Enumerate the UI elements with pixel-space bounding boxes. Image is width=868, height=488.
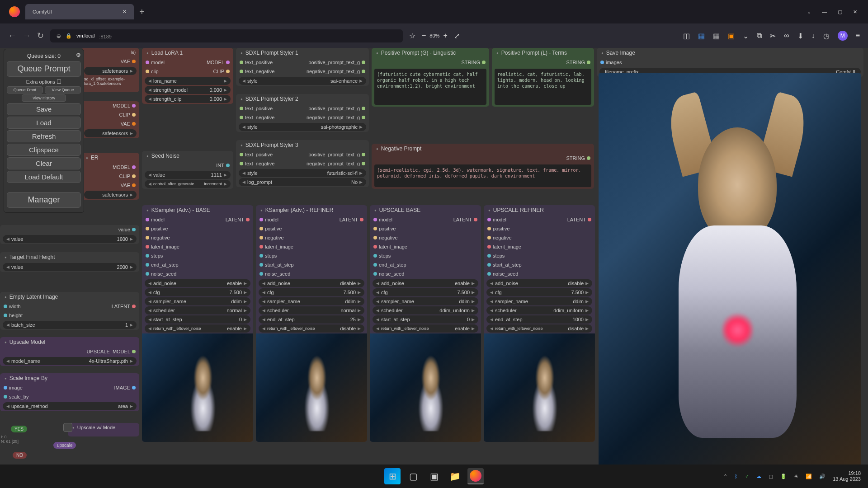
- reload-button[interactable]: ↻: [37, 31, 44, 41]
- upscale-method-widget[interactable]: ◀upscale_methodarea▶: [3, 402, 137, 410]
- brightness-icon[interactable]: ☀: [794, 474, 798, 479]
- clear-button[interactable]: Clear: [7, 157, 81, 169]
- task-view-button[interactable]: ▢: [405, 468, 421, 484]
- clipspace-button[interactable]: Clipspace: [7, 144, 81, 156]
- onedrive-icon[interactable]: ☁: [756, 474, 761, 479]
- tray-chevron-icon[interactable]: ⌃: [723, 474, 727, 479]
- value-widget[interactable]: ◀value1600▶: [3, 235, 137, 243]
- node-save-image[interactable]: Save Image images filename_prefixComfyUI: [597, 48, 863, 77]
- yes-badge: YES: [11, 426, 27, 432]
- model-name-widget[interactable]: ◀model_name4x-UltraSharp.pth▶: [3, 357, 137, 365]
- new-tab-button[interactable]: +: [139, 7, 145, 17]
- firefox-taskbar-icon[interactable]: [467, 468, 484, 484]
- view-history-button[interactable]: View History: [22, 94, 66, 102]
- node-seed-noise[interactable]: Seed Noise INT ◀value1111▶ ◀control_afte…: [142, 151, 233, 189]
- load-default-button[interactable]: Load Default: [7, 171, 81, 183]
- node-negative-prompt[interactable]: Negative Prompt STRING (semi-realistic, …: [372, 144, 594, 189]
- downloads-icon[interactable]: ↓: [811, 32, 815, 40]
- node-prompt-styler-1[interactable]: SDXL Prompt Styler 1 text_positivepositi…: [236, 48, 369, 86]
- reroute-node[interactable]: [63, 423, 72, 432]
- node-refiner-partial[interactable]: ER MODEL CLIP VAE safetensors▶: [81, 153, 139, 200]
- control-panel: ⚙ Queue size: 0 Queue Prompt Extra optio…: [4, 49, 84, 213]
- shield-icon[interactable]: ◒: [57, 33, 61, 39]
- queue-front-button[interactable]: Queue Front: [7, 86, 43, 94]
- extra-options-checkbox[interactable]: Extra options ☐: [7, 79, 81, 85]
- bluetooth-icon[interactable]: ᛒ: [735, 474, 738, 479]
- close-window-button[interactable]: ✕: [853, 9, 857, 15]
- close-tab-icon[interactable]: ×: [123, 8, 127, 16]
- node-load-lora[interactable]: Load LoRA 1 modelMODEL clipCLIP ◀lora_na…: [142, 48, 233, 104]
- output-image-preview[interactable]: [599, 73, 861, 465]
- node-positive-prompt-l[interactable]: Positive Prompt (L) - Terms STRING reali…: [492, 48, 594, 107]
- volume-icon[interactable]: 🔊: [819, 474, 826, 479]
- view-queue-button[interactable]: View Queue: [45, 86, 81, 94]
- minimize-button[interactable]: —: [822, 9, 827, 15]
- security-icon[interactable]: ✓: [745, 474, 749, 479]
- back-button[interactable]: ←: [8, 31, 16, 41]
- battery-icon[interactable]: 🔋: [780, 474, 787, 479]
- url-bar[interactable]: ◒ 🔒 vm.local:8189: [50, 29, 403, 42]
- zoom-in-button[interactable]: +: [443, 32, 447, 40]
- downloads-alt-icon[interactable]: ⬇: [797, 32, 803, 40]
- zoom-out-button[interactable]: −: [422, 32, 426, 40]
- positive-l-text[interactable]: realistic, cat, futuristic, lab, lights,…: [495, 69, 591, 105]
- ksampler-refiner-preview: [256, 333, 367, 442]
- batch-size-widget[interactable]: ◀batch_size1▶: [3, 321, 137, 329]
- extensions-icon[interactable]: ⧉: [757, 32, 762, 40]
- manager-button[interactable]: Manager: [7, 192, 81, 208]
- node-prompt-styler-2[interactable]: SDXL Prompt Styler 2 text_positivepositi…: [236, 94, 369, 132]
- lock-icon[interactable]: 🔒: [66, 33, 72, 39]
- ext-icon-3[interactable]: ▦: [713, 32, 720, 40]
- ext-icon-1[interactable]: ◫: [683, 32, 690, 40]
- firefox-icon: [9, 6, 20, 17]
- bookmark-star-icon[interactable]: ☆: [409, 32, 415, 40]
- history-icon[interactable]: ◷: [823, 32, 830, 40]
- clock[interactable]: 19:18 13 Aug 2023: [833, 470, 861, 482]
- refresh-button[interactable]: Refresh: [7, 130, 81, 142]
- ksampler-base-preview: [142, 333, 253, 442]
- wifi-icon[interactable]: 📶: [806, 474, 812, 479]
- url-port: :8189: [99, 34, 103, 38]
- negative-text[interactable]: (semi-realistic, cgi, 2.5d, 3d), waterma…: [374, 164, 591, 187]
- account-icon[interactable]: M: [838, 31, 848, 41]
- node-prompt-styler-3[interactable]: SDXL Prompt Styler 3 text_positivepositi…: [236, 140, 369, 187]
- terminal-icon[interactable]: ▣: [426, 468, 442, 484]
- browser-tab[interactable]: ComfyUI ×: [25, 4, 134, 19]
- node-upscale-base[interactable]: UPSCALE BASE modelLATENT positive negati…: [370, 205, 481, 442]
- node-ksampler-refiner[interactable]: KSampler (Adv.) - REFINER modelLATENT po…: [256, 205, 367, 442]
- ext-icon-6[interactable]: ∞: [784, 32, 789, 40]
- ext-icon-5[interactable]: ✂: [770, 32, 776, 40]
- node-ksampler-base[interactable]: KSampler (Adv.) - BASE modelLATENT posit…: [142, 205, 253, 442]
- pocket-icon[interactable]: ⌄: [743, 32, 749, 40]
- node-upscale-w-model[interactable]: Upscale w/ Model: [68, 423, 139, 436]
- tabs-dropdown-icon[interactable]: ⌄: [807, 9, 811, 15]
- node-scale-image-by[interactable]: Scale Image By imageIMAGE scale_by ◀upsc…: [0, 373, 139, 411]
- save-button[interactable]: Save: [7, 103, 81, 115]
- menu-icon[interactable]: ≡: [856, 32, 860, 40]
- node-checkpoint-partial[interactable]: le) VAE safetensors▶ sd_xl_offset_exampl…: [81, 48, 139, 92]
- ext-icon-2[interactable]: ▦: [698, 32, 705, 40]
- node-empty-latent[interactable]: Empty Latent Image widthLATENT height ◀b…: [0, 292, 139, 330]
- start-button[interactable]: ⊞: [384, 468, 401, 484]
- node-upscale-model[interactable]: Upscale Model UPSCALE_MODEL ◀model_name4…: [0, 337, 139, 366]
- debug-text: I: 0 N: 61 [25]: [1, 435, 19, 444]
- load-button[interactable]: Load: [7, 117, 81, 129]
- node-value-partial[interactable]: value ◀value1600▶: [0, 225, 139, 244]
- forward-button: →: [23, 31, 31, 41]
- queue-prompt-button[interactable]: Queue Prompt: [7, 61, 81, 77]
- fullscreen-icon[interactable]: ⤢: [454, 32, 460, 40]
- maximize-button[interactable]: ▢: [838, 9, 842, 15]
- node-upscale-refiner[interactable]: UPSCALE REFINER modelLATENT positive neg…: [484, 205, 595, 442]
- positive-g-text[interactable]: (futuristic cute cybernetic cat, half or…: [374, 69, 486, 105]
- node-model-partial[interactable]: MODEL CLIP VAE safetensors▶: [81, 101, 139, 138]
- ext-icon-4[interactable]: ▣: [728, 32, 735, 40]
- settings-gear-icon[interactable]: ⚙: [76, 52, 81, 58]
- node-canvas[interactable]: ⚙ Queue size: 0 Queue Prompt Extra optio…: [0, 48, 868, 465]
- value-widget[interactable]: ◀value2000▶: [3, 263, 137, 271]
- cast-icon[interactable]: ▢: [769, 474, 773, 479]
- explorer-icon[interactable]: 📁: [447, 468, 463, 484]
- node-target-height[interactable]: Target Final Height ◀value2000▶: [0, 252, 139, 272]
- upscale-base-preview: [370, 333, 481, 442]
- url-host: vm.local: [76, 33, 94, 38]
- node-positive-prompt-g[interactable]: Positive Prompt (G) - Linguistic STRING …: [372, 48, 489, 107]
